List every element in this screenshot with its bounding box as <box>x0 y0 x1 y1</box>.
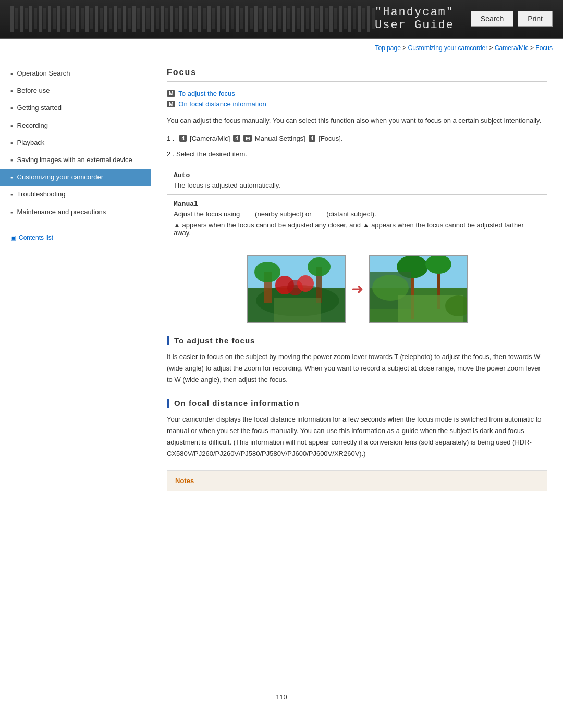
manual-settings-icon: ⊞ <box>243 135 252 142</box>
app-title: "Handycam" User Guide <box>375 6 471 32</box>
print-button[interactable]: Print <box>518 11 553 27</box>
toc-link-2[interactable]: M On focal distance information <box>167 100 547 108</box>
step-2-text: 2 . Select the desired item. <box>167 150 247 158</box>
manual-settings-label: Manual Settings] <box>255 134 305 142</box>
toc-link-1-label: To adjust the focus <box>178 90 235 97</box>
sidebar-item-before-use[interactable]: Before use <box>0 82 151 100</box>
sidebar: Operation Search Before use Getting star… <box>0 57 151 683</box>
svg-point-9 <box>297 275 314 292</box>
manual-body-1: Adjust the focus using (nearby subject) … <box>174 210 541 218</box>
page-heading: Focus <box>167 68 547 82</box>
table-row-manual: Manual Adjust the focus using (nearby su… <box>167 194 547 242</box>
arrow-icon-2: 4 <box>309 135 316 142</box>
header: "Handycam" User Guide Search Print <box>0 0 563 39</box>
contents-list-link[interactable]: Contents list <box>0 226 151 249</box>
breadcrumb-customizing[interactable]: Customizing your camcorder <box>408 44 488 52</box>
sidebar-item-customizing[interactable]: Customizing your camcorder <box>0 169 151 186</box>
table-row-auto: Auto The focus is adjusted automatically… <box>167 166 547 194</box>
camera-mic-icon: 4 <box>179 135 187 142</box>
focus-table: Auto The focus is adjusted automatically… <box>167 166 547 242</box>
table-cell-auto: Auto The focus is adjusted automatically… <box>167 166 547 194</box>
main-layout: Operation Search Before use Getting star… <box>0 57 563 683</box>
section-1-heading: To adjust the focus <box>167 336 547 345</box>
table-cell-manual: Manual Adjust the focus using (nearby su… <box>167 194 547 242</box>
page-number: 110 <box>0 683 563 711</box>
step-1: 1 . 4 [Camera/Mic] 4 ⊞ Manual Settings] … <box>167 134 547 142</box>
sidebar-item-maintenance[interactable]: Maintenance and precautions <box>0 204 151 221</box>
notes-label: Notes <box>175 477 194 485</box>
svg-point-6 <box>308 257 331 276</box>
toc-link-1[interactable]: M To adjust the focus <box>167 90 547 97</box>
toc-link-2-label: On focal distance information <box>178 100 266 108</box>
before-image <box>247 255 346 323</box>
notes-section: Notes <box>167 470 547 491</box>
search-button[interactable]: Search <box>471 11 513 27</box>
breadcrumb: Top page > Customizing your camcorder > … <box>0 39 563 57</box>
toc-icon-1: M <box>167 90 175 97</box>
intro-text: You can adjust the focus manually. You c… <box>167 116 547 127</box>
section-2-text: Your camcorder displays the focal distan… <box>167 414 547 460</box>
content-area: Focus M To adjust the focus M On focal d… <box>151 57 563 683</box>
breadcrumb-top[interactable]: Top page <box>375 44 400 52</box>
breadcrumb-focus[interactable]: Focus <box>535 44 553 52</box>
focus-label: [Focus]. <box>319 134 342 142</box>
sidebar-item-operation-search[interactable]: Operation Search <box>0 65 151 82</box>
camera-mic-label: [Camera/Mic] <box>190 134 230 142</box>
auto-body: The focus is adjusted automatically. <box>174 181 280 189</box>
sidebar-item-troubleshooting[interactable]: Troubleshooting <box>0 186 151 203</box>
header-buttons: Search Print <box>471 11 553 27</box>
sidebar-item-recording[interactable]: Recording <box>0 117 151 134</box>
step-1-num: 1 . <box>167 134 174 142</box>
step-2: 2 . Select the desired item. <box>167 150 547 158</box>
section-1-text: It is easier to focus on the subject by … <box>167 351 547 386</box>
after-image-svg <box>370 256 468 323</box>
arrow-icon-1: 4 <box>233 135 240 142</box>
contents-list-label: Contents list <box>19 234 53 241</box>
svg-point-4 <box>254 262 280 282</box>
svg-rect-10 <box>274 298 321 323</box>
sidebar-item-playback[interactable]: Playback <box>0 134 151 152</box>
sidebar-item-getting-started[interactable]: Getting started <box>0 100 151 117</box>
before-image-svg <box>248 256 346 323</box>
manual-header: Manual <box>174 200 541 208</box>
section-2-heading: On focal distance information <box>167 399 547 408</box>
after-image <box>369 255 468 323</box>
breadcrumb-camera-mic[interactable]: Camera/Mic <box>495 44 529 52</box>
toc-icon-2: M <box>167 101 175 107</box>
focus-arrow: ➜ <box>351 280 363 298</box>
header-pattern <box>10 6 375 32</box>
manual-body-2: ▲ appears when the focus cannot be adjus… <box>174 221 541 237</box>
images-area: ➜ <box>167 255 547 323</box>
sidebar-item-saving-images[interactable]: Saving images with an external device <box>0 152 151 169</box>
auto-header: Auto <box>174 171 541 179</box>
